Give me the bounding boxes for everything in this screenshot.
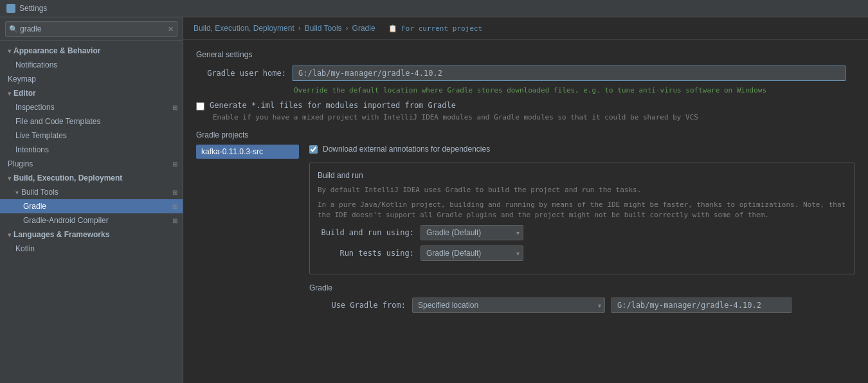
settings-icon: ⊞ bbox=[172, 203, 177, 210]
sidebar-item-gradle-android-compiler[interactable]: Gradle-Android Compiler ⊞ bbox=[0, 213, 183, 227]
content-area: Build, Execution, Deployment › Build Too… bbox=[183, 17, 868, 383]
chevron-icon: ▾ bbox=[15, 189, 19, 196]
sidebar-item-label: Languages & Frameworks bbox=[14, 230, 109, 239]
title-bar: Settings bbox=[0, 0, 868, 17]
run-tests-using-label: Run tests using: bbox=[318, 249, 414, 258]
projects-layout: kafka-0.11.0.3-src Download external ann… bbox=[196, 145, 855, 313]
sidebar-item-label: File and Code Templates bbox=[15, 117, 101, 126]
run-tests-using-wrap: Gradle (Default) IntelliJ IDEA ▾ bbox=[420, 245, 523, 261]
gradle-projects-label: Gradle projects bbox=[196, 130, 855, 139]
search-input[interactable] bbox=[5, 21, 177, 37]
window-title: Settings bbox=[19, 4, 47, 13]
build-run-using-row: Build and run using: Gradle (Default) In… bbox=[318, 225, 847, 240]
sidebar-item-label: Build Tools bbox=[21, 188, 59, 197]
generate-iml-checkbox[interactable] bbox=[196, 102, 204, 111]
use-gradle-from-wrap: Specified location Gradle wrapper gradle… bbox=[412, 298, 605, 313]
sidebar-item-label: Keymap bbox=[8, 75, 36, 84]
use-gradle-from-select[interactable]: Specified location Gradle wrapper gradle… bbox=[412, 298, 605, 313]
chevron-icon: ▾ bbox=[8, 90, 11, 97]
search-box: 🔍 ✕ bbox=[0, 17, 183, 41]
sidebar-item-gradle[interactable]: Gradle ⊞ bbox=[0, 199, 183, 213]
download-annotations-row: Download external annotations for depend… bbox=[309, 145, 855, 154]
gradle-user-home-label: Gradle user home: bbox=[196, 69, 286, 78]
breadcrumb-part1: Build, Execution, Deployment bbox=[194, 24, 294, 33]
sidebar-item-label: Kotlin bbox=[15, 244, 35, 253]
for-current-project: 📋 For current project bbox=[388, 24, 482, 33]
gradle-user-home-input[interactable] bbox=[293, 66, 845, 81]
use-gradle-from-row: Use Gradle from: Specified location Grad… bbox=[309, 298, 855, 313]
sidebar-item-live-templates[interactable]: Live Templates bbox=[0, 129, 183, 143]
sidebar-item-appearance-behavior[interactable]: ▾ Appearance & Behavior bbox=[0, 44, 183, 58]
main-layout: 🔍 ✕ ▾ Appearance & Behavior Notification… bbox=[0, 17, 868, 383]
sidebar-item-label: Live Templates bbox=[15, 131, 67, 140]
build-run-using-label: Build and run using: bbox=[318, 228, 414, 237]
settings-body: General settings Gradle user home: Overr… bbox=[183, 40, 868, 383]
settings-icon: ⊞ bbox=[172, 104, 177, 111]
generate-iml-label: Generate *.iml files for modules importe… bbox=[210, 101, 456, 110]
gradle-path-input[interactable] bbox=[611, 298, 791, 313]
breadcrumb-sep2: › bbox=[346, 24, 348, 33]
sidebar-item-inspections[interactable]: Inspections ⊞ bbox=[0, 100, 183, 114]
projects-list: kafka-0.11.0.3-src bbox=[196, 145, 299, 313]
sidebar-item-notifications[interactable]: Notifications bbox=[0, 58, 183, 72]
gradle-section-label: Gradle bbox=[309, 283, 855, 292]
run-tests-using-row: Run tests using: Gradle (Default) Intell… bbox=[318, 245, 847, 261]
search-wrap: 🔍 ✕ bbox=[5, 21, 177, 37]
settings-icon: ⊞ bbox=[172, 217, 177, 224]
sidebar-item-file-code-templates[interactable]: File and Code Templates bbox=[0, 114, 183, 129]
sidebar-item-label: Intentions bbox=[15, 145, 49, 154]
build-run-title: Build and run bbox=[318, 171, 847, 180]
settings-icon: ⊞ bbox=[172, 161, 177, 168]
download-annotations-label: Download external annotations for depend… bbox=[323, 145, 490, 154]
sidebar-item-build-tools[interactable]: ▾ Build Tools ⊞ bbox=[0, 185, 183, 199]
sidebar-item-plugins[interactable]: Plugins ⊞ bbox=[0, 157, 183, 171]
sidebar-item-label: Appearance & Behavior bbox=[14, 46, 100, 55]
sidebar-item-label: Plugins bbox=[8, 159, 33, 168]
download-annotations-checkbox[interactable] bbox=[309, 145, 318, 154]
sidebar-item-label: Gradle-Android Compiler bbox=[23, 216, 109, 225]
gradle-user-home-hint: Override the default location where Grad… bbox=[294, 86, 855, 94]
sidebar-item-label: Notifications bbox=[15, 60, 57, 69]
sidebar-item-label: Build, Execution, Deployment bbox=[14, 174, 122, 183]
breadcrumb: Build, Execution, Deployment › Build Too… bbox=[183, 17, 868, 40]
build-run-using-wrap: Gradle (Default) IntelliJ IDEA ▾ bbox=[420, 225, 523, 240]
sidebar-item-keymap[interactable]: Keymap bbox=[0, 72, 183, 86]
sidebar-item-label: Inspections bbox=[15, 103, 55, 112]
app-icon bbox=[6, 4, 15, 13]
build-run-using-select[interactable]: Gradle (Default) IntelliJ IDEA bbox=[420, 225, 523, 240]
chevron-icon: ▾ bbox=[8, 48, 11, 55]
breadcrumb-sep1: › bbox=[298, 24, 301, 33]
search-icon: 🔍 bbox=[9, 25, 18, 33]
clear-search-icon[interactable]: ✕ bbox=[168, 25, 174, 33]
generate-iml-hint: Enable if you have a mixed project with … bbox=[213, 113, 855, 121]
sidebar-item-kotlin[interactable]: Kotlin bbox=[0, 242, 183, 256]
chevron-icon: ▾ bbox=[8, 175, 11, 182]
project-item[interactable]: kafka-0.11.0.3-src bbox=[196, 145, 299, 159]
for-current-label: For current project bbox=[401, 24, 482, 33]
build-run-desc1: By default IntelliJ IDEA uses Gradle to … bbox=[318, 185, 847, 196]
chevron-icon: ▾ bbox=[8, 231, 11, 238]
settings-icon: ⊞ bbox=[172, 189, 177, 196]
breadcrumb-part3: Gradle bbox=[352, 24, 375, 33]
sidebar-item-label: Editor bbox=[14, 89, 36, 98]
run-tests-using-select[interactable]: Gradle (Default) IntelliJ IDEA bbox=[420, 245, 523, 261]
projects-detail: Download external annotations for depend… bbox=[309, 145, 855, 313]
sidebar-item-languages-frameworks[interactable]: ▾ Languages & Frameworks bbox=[0, 227, 183, 242]
gradle-user-home-row: Gradle user home: bbox=[196, 66, 855, 81]
use-gradle-from-label: Use Gradle from: bbox=[309, 301, 406, 310]
sidebar-item-label: Gradle bbox=[23, 202, 46, 211]
nav-tree: ▾ Appearance & Behavior Notifications Ke… bbox=[0, 41, 183, 258]
generate-iml-row: Generate *.iml files for modules importe… bbox=[196, 101, 855, 111]
sidebar-item-editor[interactable]: ▾ Editor bbox=[0, 86, 183, 100]
for-current-icon: 📋 bbox=[388, 24, 397, 33]
breadcrumb-part2: Build Tools bbox=[305, 24, 342, 33]
sidebar-item-build-execution-deployment[interactable]: ▾ Build, Execution, Deployment bbox=[0, 171, 183, 185]
general-settings-label: General settings bbox=[196, 50, 855, 59]
build-run-desc2: In a pure Java/Kotlin project, building … bbox=[318, 200, 847, 221]
sidebar: 🔍 ✕ ▾ Appearance & Behavior Notification… bbox=[0, 17, 183, 383]
sidebar-item-intentions[interactable]: Intentions bbox=[0, 143, 183, 157]
build-run-section: Build and run By default IntelliJ IDEA u… bbox=[309, 163, 855, 274]
